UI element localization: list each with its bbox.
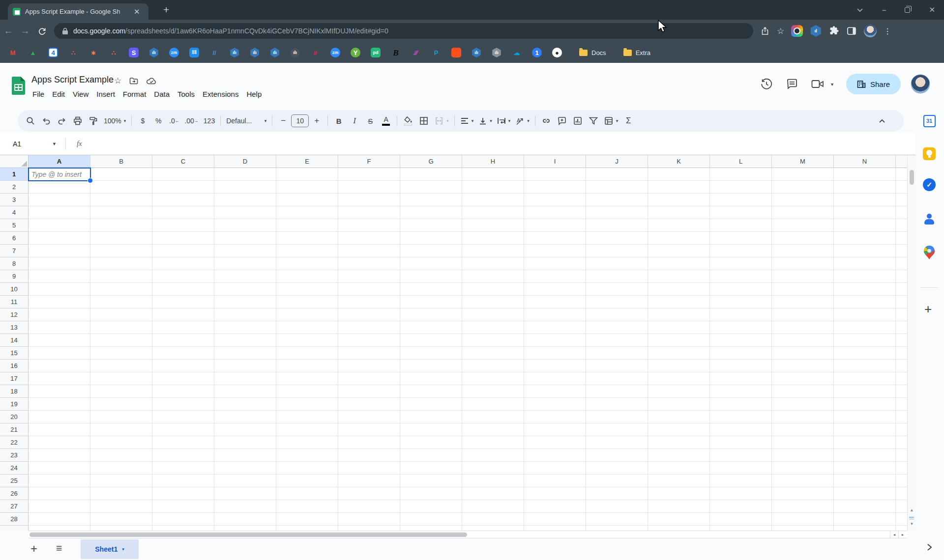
row-header-12[interactable]: 12 [0,308,29,321]
column-header-b[interactable]: B [90,155,152,168]
analytics-hex-bookmark-5[interactable]: ılı [472,48,481,57]
tab-close-icon[interactable]: ✕ [134,8,140,15]
star-document-icon[interactable]: ☆ [114,76,121,86]
side-panel-icon[interactable] [846,26,857,36]
keep-panel-icon[interactable] [922,147,936,161]
column-header-e[interactable]: E [276,155,338,168]
italic-button[interactable]: I [347,113,362,129]
insert-link-button[interactable] [538,113,554,129]
functions-button[interactable]: Σ [620,113,636,129]
strikethrough-button[interactable]: S [362,113,378,129]
slack-bookmark[interactable]: # [310,48,320,57]
vertical-scrollbar[interactable]: ▲ ▼ [907,155,915,531]
analytics-extension-icon[interactable]: ıl [810,25,822,37]
format-percent-button[interactable]: % [150,113,166,129]
share-page-icon[interactable] [760,26,770,36]
row-header-2[interactable]: 2 [0,181,29,194]
analytics-hex-dark-bookmark[interactable]: ılı [290,48,300,57]
slashes-bookmark[interactable]: // [209,48,219,57]
move-to-folder-icon[interactable] [129,76,139,86]
close-window-button[interactable]: ✕ [929,5,935,14]
analytics-hex-bookmark-1[interactable]: ılı [149,48,159,57]
row-header-6[interactable]: 6 [0,232,29,245]
stripe-bookmark[interactable]: S [129,48,139,57]
column-header-l[interactable]: L [710,155,772,168]
row-header-9[interactable]: 9 [0,270,29,283]
row-header-17[interactable]: 17 [0,372,29,385]
format-currency-button[interactable]: $ [135,113,150,129]
increase-font-size-button[interactable]: + [309,113,324,129]
row-header-14[interactable]: 14 [0,334,29,347]
restore-button[interactable] [905,7,910,13]
minimize-button[interactable]: − [882,6,886,14]
print-button[interactable] [70,113,86,129]
column-header-d[interactable]: D [214,155,276,168]
name-box-dropdown-icon[interactable]: ▼ [52,141,57,146]
orange-square-bookmark[interactable] [451,48,461,57]
extensions-puzzle-icon[interactable] [828,26,839,36]
browser-tab[interactable]: Apps Script Example - Google Sh ✕ [8,3,148,20]
share-button[interactable]: Share [846,74,901,94]
drive-bookmark[interactable]: ▲ [28,48,38,57]
calendar-panel-icon[interactable]: 31 [922,114,936,128]
menu-file[interactable]: File [29,88,48,100]
cloud-saved-icon[interactable] [146,76,157,86]
fill-color-button[interactable] [400,113,416,129]
url-bar[interactable]: docs.google.com/spreadsheets/d/1aw6KR6oH… [54,23,753,39]
text-rotation-button[interactable]: A ▾ [513,113,532,129]
bookmark-star-icon[interactable]: ☆ [777,26,784,36]
text-color-button[interactable]: A [378,113,394,129]
fill-handle[interactable] [88,178,93,183]
zoom-bookmark[interactable]: zm [169,48,179,57]
orange-dots-bookmark[interactable]: ∴ [109,48,118,57]
decrease-font-size-button[interactable]: − [275,113,291,129]
sheet-tab-menu-icon[interactable]: ▾ [122,547,124,552]
row-header-5[interactable]: 5 [0,219,29,232]
pandadoc-bookmark[interactable]: pd [371,48,381,57]
tasks-panel-icon[interactable]: ✓ [922,178,936,192]
analytics-hex-gray-bookmark[interactable]: ılı [492,48,502,57]
decrease-decimal-button[interactable]: .0← [166,113,182,129]
column-header-i[interactable]: I [524,155,586,168]
horizontal-scrollbar-thumb[interactable] [30,532,467,537]
document-title[interactable]: Apps Script Example [31,75,114,85]
sheet-tab-sheet1[interactable]: Sheet1 ▾ [81,539,139,559]
menu-view[interactable]: View [69,88,92,100]
gmail-bookmark[interactable]: M [8,48,18,57]
screen-recorder-extension-icon[interactable] [791,25,803,37]
column-header-m[interactable]: M [772,155,834,168]
onepassword-bookmark[interactable]: 1 [532,48,542,57]
row-header-21[interactable]: 21 [0,423,29,436]
comments-icon[interactable] [786,78,798,90]
meet-dropdown-icon[interactable]: ▾ [831,82,833,87]
row-header-4[interactable]: 4 [0,206,29,219]
font-family-control[interactable]: Defaul...▾ [224,113,269,129]
search-menus-button[interactable] [23,113,38,129]
row-header-15[interactable]: 15 [0,347,29,360]
horizontal-align-button[interactable]: ▾ [458,113,476,129]
scroll-down-icon[interactable]: ▼ [908,522,916,526]
row-header-24[interactable]: 24 [0,462,29,475]
new-tab-button[interactable]: + [163,5,169,15]
bookmark-docs-folder[interactable]: Docs [579,49,606,56]
row-header-7[interactable]: 7 [0,245,29,257]
meet-camera-icon[interactable]: ▾ [811,79,833,89]
row-header-23[interactable]: 23 [0,449,29,462]
zoom-bookmark-2[interactable]: zm [330,48,340,57]
menu-format[interactable]: Format [119,88,150,100]
all-sheets-button[interactable]: ≡ [56,542,62,554]
merge-cells-button[interactable]: ▾ [432,113,451,129]
column-header-f[interactable]: F [338,155,400,168]
select-all-corner[interactable] [0,155,29,168]
refresh-button[interactable] [33,27,50,36]
browser-profile-avatar[interactable] [864,25,877,37]
asana-bookmark[interactable]: ∴ [68,48,78,57]
scroll-left-icon[interactable]: ◄ [890,531,898,538]
create-filter-button[interactable] [586,113,601,129]
add-sheet-button[interactable]: + [30,542,37,556]
zoom-control[interactable]: 100%▾ [101,113,128,129]
hide-toolbar-button[interactable] [874,113,890,129]
menu-extensions[interactable]: Extensions [199,88,242,100]
analytics-hex-bookmark-2[interactable]: ılı [230,48,239,57]
browser-menu-kebab-icon[interactable]: ⋮ [884,27,891,36]
